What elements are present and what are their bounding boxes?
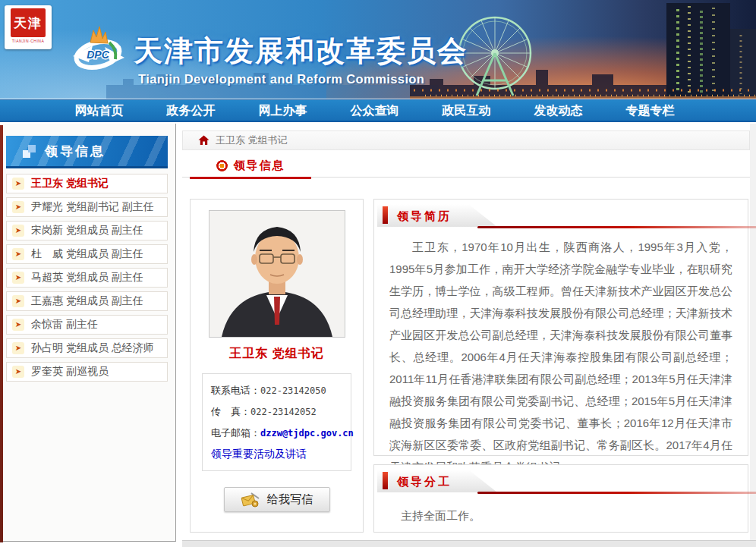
sidebar-item-wangweidong[interactable]: ➤王卫东 党组书记 <box>6 174 168 193</box>
duty-text: 主持全面工作。 <box>389 505 732 527</box>
fax-number: 022-23142052 <box>250 407 317 417</box>
nav-item-ndrc-news[interactable]: 发改动态 <box>512 100 604 121</box>
main-nav: 网站首页 政务公开 网上办事 公众查询 政民互动 发改动态 专题专栏 <box>0 99 756 122</box>
arrow-icon: ➤ <box>12 225 24 237</box>
section-red-line <box>477 226 756 228</box>
content-area: 领导信息 ➤王卫东 党组书记 ➤尹耀光 党组副书记 副主任 ➤宋岗新 党组成员 … <box>0 124 756 547</box>
breadcrumb-label: 王卫东 党组书记 <box>216 134 288 147</box>
breadcrumb: 王卫东 党组书记 <box>182 130 750 150</box>
arrow-icon: ➤ <box>12 272 24 284</box>
sidebar-item-luokuiying[interactable]: ➤罗奎英 副巡视员 <box>6 362 168 382</box>
site-subtitle: Tianjin Development and Reform Commissio… <box>134 72 468 86</box>
duty-section: 领导分工 主持全面工作。 <box>373 464 748 533</box>
dprc-logo-text: DPC <box>87 49 109 61</box>
arrow-icon: ➤ <box>12 248 24 260</box>
arrow-icon: ➤ <box>12 342 24 354</box>
home-icon[interactable] <box>198 135 209 146</box>
main-column: 王卫东 党组书记 领导信息 <box>182 124 750 547</box>
sidebar-item-yinyaoguang[interactable]: ➤尹耀光 党组副书记 副主任 <box>6 197 168 217</box>
nav-item-gov-info[interactable]: 政务公开 <box>145 100 237 121</box>
sidebar-item-duwei[interactable]: ➤杜 威 党组成员 副主任 <box>6 244 168 264</box>
site-title: 天津市发展和改革委员会 <box>134 32 468 71</box>
site-titles: 天津市发展和改革委员会 Tianjin Development and Refo… <box>134 32 468 86</box>
tab-active-underline <box>190 177 311 179</box>
mail-seal-icon <box>241 492 260 508</box>
seal-caption: TIANJIN·CHINA <box>5 39 52 43</box>
duty-title: 领导分工 <box>397 475 452 489</box>
section-red-line <box>477 492 756 494</box>
nav-item-interaction[interactable]: 政民互动 <box>421 100 512 121</box>
leader-name: 王卫东 党组书记 <box>191 346 363 362</box>
site-header: 天津 TIANJIN·CHINA DPC 天津市发展和改革委员会 Tianjin… <box>0 0 756 99</box>
footer-bar <box>182 540 756 547</box>
tab-label: 领导信息 <box>234 159 285 173</box>
sidebar-header: 领导信息 <box>6 136 168 168</box>
write-button-label: 给我写信 <box>267 492 313 507</box>
nav-item-special-columns[interactable]: 专题专栏 <box>604 100 696 121</box>
tab-leader-info[interactable]: 领导信息 <box>190 155 311 177</box>
profile-panel: 王卫东 党组书记 联系电话：022-23142050 传 真：022-23142… <box>190 199 364 533</box>
tianjin-seal-logo: 天津 TIANJIN·CHINA <box>5 5 52 49</box>
section-red-bar <box>383 472 388 489</box>
page: 天津 TIANJIN·CHINA DPC 天津市发展和改革委员会 Tianjin… <box>0 0 756 547</box>
arrow-icon: ➤ <box>12 366 24 378</box>
sidebar-item-songgangxin[interactable]: ➤宋岗新 党组成员 副主任 <box>6 221 168 240</box>
sidebar-item-machaoying[interactable]: ➤马超英 党组成员 副主任 <box>6 268 168 288</box>
arrow-icon: ➤ <box>12 201 24 213</box>
duty-header: 领导分工 <box>377 468 743 495</box>
resume-title: 领导简历 <box>397 209 452 224</box>
right-page-margin <box>750 124 756 547</box>
activities-link[interactable]: 领导重要活动及讲话 <box>211 448 307 461</box>
sidebar-item-wangjiahui[interactable]: ➤王嘉惠 党组成员 副主任 <box>6 291 168 311</box>
sidebar-item-sunzhanming[interactable]: ➤孙占明 党组成员 总经济师 <box>6 338 168 358</box>
resume-section: 领导简历 王卫东，1970年10月出生，陕西商洛人，1995年3月入党，1995… <box>373 199 748 456</box>
seal-characters: 天津 <box>11 8 46 37</box>
resume-header: 领导简历 <box>377 203 743 229</box>
nav-item-public-query[interactable]: 公众查询 <box>329 100 421 121</box>
phone-line: 联系电话：022-23142050 <box>211 384 351 398</box>
email-link[interactable]: dzzw@tjdpc.gov.cn <box>260 428 354 439</box>
phone-number: 022-23142050 <box>260 385 326 396</box>
arrow-icon: ➤ <box>12 295 24 307</box>
section-red-bar <box>383 206 388 224</box>
email-line: 电子邮箱：dzzw@tjdpc.gov.cn <box>211 426 351 440</box>
nav-item-online-services[interactable]: 网上办事 <box>237 100 329 121</box>
leader-list: ➤王卫东 党组书记 ➤尹耀光 党组副书记 副主任 ➤宋岗新 党组成员 副主任 ➤… <box>6 174 168 385</box>
portrait-image <box>209 211 345 337</box>
contact-box: 联系电话：022-23142050 传 真：022-23142052 电子邮箱：… <box>202 373 351 471</box>
nav-item-home[interactable]: 网站首页 <box>53 100 145 121</box>
panel-icon <box>23 145 36 158</box>
bullseye-icon <box>216 160 228 171</box>
fax-line: 传 真：022-23142052 <box>211 405 351 419</box>
arrow-icon: ➤ <box>12 319 24 331</box>
write-to-me-button[interactable]: 给我写信 <box>224 487 330 512</box>
dprc-logo: DPC <box>65 23 131 79</box>
sidebar-item-yujinglei[interactable]: ➤余惊雷 副主任 <box>6 315 168 335</box>
arrow-icon: ➤ <box>12 178 24 190</box>
tab-row: 领导信息 <box>182 155 750 179</box>
resume-text: 王卫东，1970年10月出生，陕西商洛人，1995年3月入党，1995年5月参加… <box>389 236 732 478</box>
leader-portrait <box>209 210 345 338</box>
